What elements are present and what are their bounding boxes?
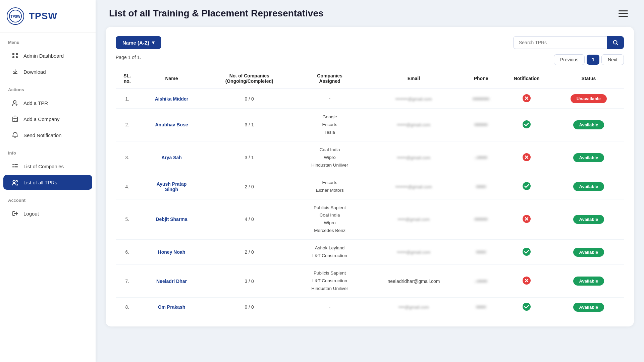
check-circle-icon <box>522 247 531 256</box>
cell-companies-assigned: Coal IndiaWiproHindustan Uniliver <box>294 141 365 174</box>
cell-notification <box>500 174 553 199</box>
svg-rect-11 <box>14 164 18 165</box>
logo-text: TPSW <box>29 11 57 21</box>
sidebar-item-download[interactable]: Download <box>3 64 92 79</box>
sidebar-item-list-tprs[interactable]: List of all TPRs <box>3 175 92 190</box>
cell-companies-count: 2 / 0 <box>205 174 294 199</box>
svg-rect-12 <box>12 166 14 167</box>
check-circle-icon <box>522 302 531 311</box>
table-row: 2.Anubhav Bose3 / 1GoogleEscortsTesla•••… <box>116 109 624 141</box>
cell-companies-count: 3 / 0 <box>205 265 294 298</box>
svg-point-24 <box>523 248 531 256</box>
table-header-row: SL.no. Name No. of Companies(Ongoing/Com… <box>116 68 624 89</box>
cell-name[interactable]: Honey Noah <box>139 240 204 265</box>
tpr-name-link[interactable]: Om Prakash <box>158 304 185 310</box>
bell-icon <box>11 131 19 139</box>
cell-sl-no: 1. <box>116 89 139 109</box>
cell-phone: •••••• <box>462 297 500 317</box>
cell-email: ••••@gmail.com <box>365 297 462 317</box>
account-section-label: Account <box>0 190 96 205</box>
cross-circle-icon <box>522 276 531 285</box>
sidebar-item-send-notification-label: Send Notification <box>23 132 61 138</box>
actions-section-label: Actions <box>0 80 96 95</box>
tpr-name-link[interactable]: Neeladri Dhar <box>156 279 187 284</box>
sidebar-item-logout[interactable]: Logout <box>3 206 92 221</box>
sidebar-item-send-notification[interactable]: Send Notification <box>3 128 92 142</box>
cell-name[interactable]: Arya Sah <box>139 141 204 174</box>
cell-status: Available <box>553 297 624 317</box>
tpr-name-link[interactable]: Arya Sah <box>161 155 182 160</box>
tpr-name-link[interactable]: Ayush Pratap <box>157 181 187 187</box>
pagination-controls: Previous 1 Next <box>554 54 624 65</box>
svg-point-20 <box>523 120 531 128</box>
tpr-name-link[interactable]: Anubhav Bose <box>155 122 188 127</box>
cell-email: •••••@gmail.com <box>365 199 462 240</box>
svg-rect-10 <box>12 164 14 165</box>
search-container <box>513 36 624 49</box>
sidebar-item-add-company[interactable]: Add a Company <box>3 112 92 126</box>
sidebar-item-add-tpr-label: Add a TPR <box>23 100 48 106</box>
search-input[interactable] <box>513 36 607 49</box>
svg-rect-4 <box>12 56 14 58</box>
table-row: 4.Ayush PratapSingh2 / 0EscortsEicher Mo… <box>116 174 624 199</box>
svg-point-26 <box>523 303 531 311</box>
cell-phone: •••••••• <box>462 199 500 240</box>
tpr-name-link[interactable]: Honey Noah <box>158 249 185 255</box>
cell-name[interactable]: Debjit Sharma <box>139 199 204 240</box>
sidebar-item-add-tpr[interactable]: Add a TPR <box>3 96 92 110</box>
tpr-name-link[interactable]: Singh <box>165 187 178 192</box>
cell-email: neeladridhar@gmail.com <box>365 265 462 298</box>
cell-companies-count: 4 / 0 <box>205 199 294 240</box>
search-button[interactable] <box>607 36 624 49</box>
sidebar-item-logout-label: Logout <box>23 211 39 217</box>
status-badge: Available <box>573 120 604 129</box>
next-button[interactable]: Next <box>601 54 624 65</box>
svg-rect-3 <box>16 53 18 55</box>
tpr-name-link[interactable]: Debjit Sharma <box>156 217 187 222</box>
cell-status: Available <box>553 265 624 298</box>
cell-sl-no: 4. <box>116 174 139 199</box>
hamburger-menu[interactable] <box>619 7 631 19</box>
cell-name[interactable]: Neeladri Dhar <box>139 265 204 298</box>
cross-circle-icon <box>522 153 531 162</box>
cell-sl-no: 2. <box>116 109 139 141</box>
sidebar: TPSW TPSW Menu Admin Dashboard Download … <box>0 0 96 362</box>
search-icon <box>612 40 619 46</box>
sidebar-item-admin-dashboard[interactable]: Admin Dashboard <box>3 48 92 63</box>
svg-rect-15 <box>14 168 18 168</box>
sidebar-item-list-companies[interactable]: List of Companies <box>3 159 92 174</box>
status-badge: Available <box>573 182 604 191</box>
current-page-button[interactable]: 1 <box>587 55 599 65</box>
status-badge: Available <box>573 303 604 312</box>
main-content: List of all Training & Placement Represe… <box>96 0 644 362</box>
cell-status: Available <box>553 174 624 199</box>
sidebar-item-list-tprs-label: List of all TPRs <box>23 180 57 185</box>
table-row: 6.Honey Noah2 / 0Ashok LeylandL&T Constr… <box>116 240 624 265</box>
person-plus-icon <box>11 99 19 107</box>
svg-point-17 <box>16 181 18 182</box>
col-notification: Notification <box>500 68 553 89</box>
check-circle-icon <box>522 120 531 129</box>
logout-icon <box>11 210 19 217</box>
table-row: 7.Neeladri Dhar3 / 0Publicis SapientL&T … <box>116 265 624 298</box>
col-sl-no: SL.no. <box>116 68 139 89</box>
sidebar-item-add-company-label: Add a Company <box>23 116 60 122</box>
tpr-name-link[interactable]: Aishika Midder <box>155 96 189 102</box>
cell-name[interactable]: Anubhav Bose <box>139 109 204 141</box>
svg-point-6 <box>13 101 16 103</box>
tpr-table: SL.no. Name No. of Companies(Ongoing/Com… <box>116 68 624 317</box>
previous-button[interactable]: Previous <box>554 54 585 65</box>
building-icon <box>11 115 19 123</box>
cell-phone: –•••••• <box>462 141 500 174</box>
cell-name[interactable]: Om Prakash <box>139 297 204 317</box>
cross-circle-icon <box>522 94 531 103</box>
sort-button[interactable]: Name (A-Z) ▾ <box>116 36 161 49</box>
cross-circle-icon <box>522 215 531 223</box>
svg-rect-5 <box>16 56 18 58</box>
info-section-label: Info <box>0 143 96 158</box>
logo-icon: TPSW <box>7 7 24 25</box>
cell-notification <box>500 109 553 141</box>
cell-name[interactable]: Ayush PratapSingh <box>139 174 204 199</box>
cell-sl-no: 8. <box>116 297 139 317</box>
cell-name[interactable]: Aishika Midder <box>139 89 204 109</box>
